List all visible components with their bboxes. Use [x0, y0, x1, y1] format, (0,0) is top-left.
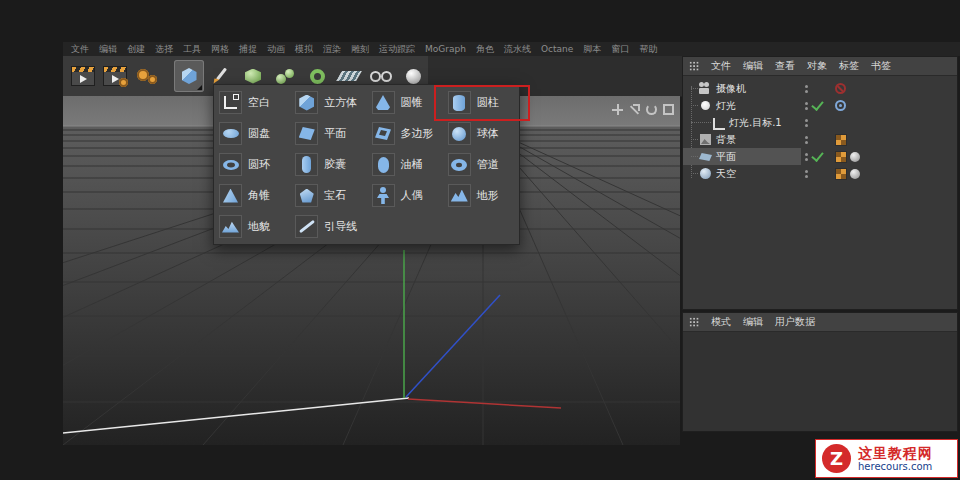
tab-view[interactable]: 查看 — [775, 59, 795, 73]
tree-connector — [691, 156, 698, 157]
object-row-background[interactable]: 背景 — [683, 131, 957, 148]
panel-handle-icon[interactable] — [689, 61, 699, 71]
menubar-item[interactable]: 窗口 — [611, 43, 629, 56]
tab-objects[interactable]: 对象 — [807, 59, 827, 73]
watermark: Z 这里教程网 herecours.com — [815, 439, 958, 478]
primitives-button[interactable] — [174, 60, 204, 92]
texture-tag-icon[interactable] — [835, 168, 847, 180]
object-row-sky[interactable]: 天空 — [683, 165, 957, 182]
torus-icon — [223, 160, 239, 170]
tab-user-data[interactable]: 用户数据 — [775, 315, 815, 329]
tab-mode[interactable]: 模式 — [711, 315, 731, 329]
menubar: 文件 编辑 创建 选择 工具 网格 捕捉 动画 模拟 渲染 雕刻 运动跟踪 Mo… — [63, 42, 960, 56]
visibility-dots[interactable] — [805, 136, 808, 144]
menu-item-capsule[interactable]: 胶囊 — [290, 149, 366, 180]
plane-object-icon — [699, 150, 712, 163]
gear-icon — [119, 78, 128, 87]
panel-handle-icon[interactable] — [689, 317, 699, 327]
dolly-icon[interactable] — [629, 104, 640, 115]
visibility-dots[interactable] — [805, 102, 808, 110]
enabled-check-icon[interactable] — [811, 149, 823, 162]
visibility-dots[interactable] — [805, 170, 808, 178]
platonic-icon — [300, 189, 314, 203]
menubar-item[interactable]: MoGraph — [425, 44, 466, 54]
menu-item-plane[interactable]: 平面 — [290, 118, 366, 149]
tab-tags[interactable]: 标签 — [839, 59, 859, 73]
light-object-icon — [699, 99, 712, 112]
menubar-item[interactable]: Octane — [541, 44, 573, 54]
menu-item-figure[interactable]: 人偶 — [367, 180, 443, 211]
menu-item-null[interactable]: 空白 — [214, 87, 290, 118]
menubar-item[interactable]: 创建 — [127, 43, 145, 56]
oil-tank-icon — [378, 157, 389, 173]
visibility-dots[interactable] — [805, 119, 808, 127]
menu-item-polygon[interactable]: 多边形 — [367, 118, 443, 149]
menu-item-guide[interactable]: 引导线 — [290, 211, 366, 242]
tab-edit[interactable]: 编辑 — [743, 315, 763, 329]
phong-tag-icon[interactable] — [850, 169, 860, 179]
null-icon — [224, 96, 237, 109]
floor-icon — [336, 71, 362, 81]
object-row-light-target[interactable]: 灯光.目标.1 — [683, 114, 957, 131]
visibility-dots[interactable] — [805, 85, 808, 93]
menubar-item[interactable]: 编辑 — [99, 43, 117, 56]
render-settings-icon — [103, 66, 127, 86]
menu-item-disc[interactable]: 圆盘 — [214, 118, 290, 149]
menubar-item[interactable]: 模拟 — [295, 43, 313, 56]
target-tag-icon[interactable] — [835, 100, 846, 111]
menubar-item[interactable]: 运动跟踪 — [379, 43, 415, 56]
polygon-icon — [375, 127, 391, 140]
menubar-item[interactable]: 动画 — [267, 43, 285, 56]
menu-item-sphere[interactable]: 球体 — [443, 118, 519, 149]
object-row-camera[interactable]: 摄像机 — [683, 80, 957, 97]
render-settings-button[interactable] — [100, 60, 130, 92]
capsule-icon — [302, 156, 311, 173]
sphere-icon — [452, 127, 466, 141]
menu-item-relief[interactable]: 地貌 — [214, 211, 290, 242]
render-view-button[interactable] — [68, 60, 98, 92]
toggle-view-icon[interactable] — [663, 104, 674, 115]
menubar-item[interactable]: 雕刻 — [351, 43, 369, 56]
tab-edit[interactable]: 编辑 — [743, 59, 763, 73]
tab-file[interactable]: 文件 — [711, 59, 731, 73]
menubar-item[interactable]: 帮助 — [639, 43, 657, 56]
menu-item-torus[interactable]: 圆环 — [214, 149, 290, 180]
menubar-item[interactable]: 捕捉 — [239, 43, 257, 56]
menu-item-tube[interactable]: 管道 — [443, 149, 519, 180]
rotate-icon[interactable] — [646, 104, 657, 115]
subdivision-surface-icon — [245, 69, 261, 84]
visibility-dots[interactable] — [805, 153, 808, 161]
texture-tag-icon[interactable] — [835, 151, 847, 163]
menubar-item[interactable]: 流水线 — [504, 43, 531, 56]
menu-item-pyramid[interactable]: 角锥 — [214, 180, 290, 211]
menu-item-cube[interactable]: 立方体 — [290, 87, 366, 118]
menubar-item[interactable]: 渲染 — [323, 43, 341, 56]
menu-item-platonic[interactable]: 宝石 — [290, 180, 366, 211]
menubar-item[interactable]: 选择 — [155, 43, 173, 56]
environment-rings-icon — [370, 70, 392, 83]
menubar-item[interactable]: 文件 — [71, 43, 89, 56]
pan-icon[interactable] — [612, 104, 623, 115]
tube-icon — [451, 159, 467, 171]
object-row-light[interactable]: 灯光 — [683, 97, 957, 114]
camera-object-icon — [699, 82, 712, 95]
menu-item-cylinder[interactable]: 圆柱 — [443, 87, 519, 118]
phong-tag-icon[interactable] — [850, 152, 860, 162]
menu-item-cone[interactable]: 圆锥 — [367, 87, 443, 118]
menu-item-oil-tank[interactable]: 油桶 — [367, 149, 443, 180]
tab-bookmarks[interactable]: 书签 — [871, 59, 891, 73]
menubar-item[interactable]: 脚本 — [583, 43, 601, 56]
disabled-icon[interactable] — [835, 83, 846, 94]
object-row-plane[interactable]: 平面 — [683, 148, 957, 165]
menubar-item[interactable]: 角色 — [476, 43, 494, 56]
menubar-item[interactable]: 网格 — [211, 43, 229, 56]
menubar-item[interactable]: 工具 — [183, 43, 201, 56]
menu-item-landscape[interactable]: 地形 — [443, 180, 519, 211]
enabled-check-icon[interactable] — [811, 98, 823, 111]
sky-object-icon — [699, 167, 712, 180]
interactive-render-button[interactable] — [132, 60, 162, 92]
tree-connector — [691, 173, 698, 174]
texture-tag-icon[interactable] — [835, 134, 847, 146]
pen-tool-icon — [213, 68, 229, 84]
cloner-icon — [276, 69, 294, 84]
